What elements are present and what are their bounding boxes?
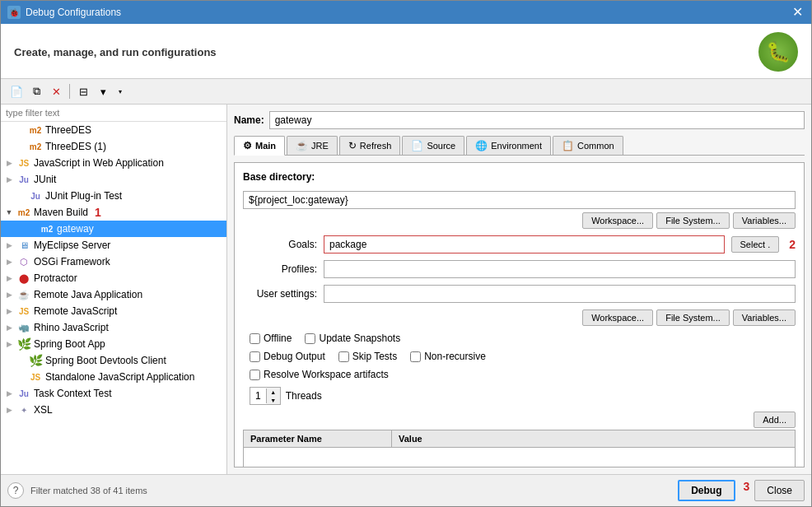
help-button[interactable]: ? [7, 482, 24, 499]
base-dir-row: Workspace... File System... Variables... [243, 191, 796, 229]
annotation-3: 3 [744, 480, 750, 501]
file-system-button-2[interactable]: File System... [656, 309, 730, 326]
main-tab-icon: ⚙ [243, 140, 252, 151]
debug-output-checkbox-input[interactable] [250, 351, 260, 362]
tabs-row: ⚙ Main ☕ JRE ↻ Refresh 📄 Source 🌐 En [234, 136, 805, 156]
tree-item-spring-boot[interactable]: ▶ 🌿 Spring Boot App [1, 336, 226, 352]
file-system-button-1[interactable]: File System... [656, 212, 730, 229]
tab-environment[interactable]: 🌐 Environment [466, 136, 551, 155]
dialog-title: Debug Configurations [26, 7, 121, 18]
tree-item-standalone-js[interactable]: JS Standalone JavaScript Application [1, 369, 226, 385]
expand-icon: ▶ [4, 240, 14, 250]
threads-down-button[interactable]: ▼ [267, 396, 280, 404]
tree-item-rhino-js[interactable]: ▶ 🦏 Rhino JavaScript [1, 319, 226, 336]
tree-item-three-des-1[interactable]: m2 ThreeDES (1) [1, 138, 226, 155]
user-settings-label: User settings: [243, 288, 317, 300]
expand-icon [16, 125, 26, 135]
threads-spinner[interactable]: 1 ▲ ▼ [250, 387, 281, 405]
non-recursive-checkbox-input[interactable] [410, 351, 421, 362]
expand-icon: ▶ [4, 405, 14, 415]
add-parameter-button[interactable]: Add... [754, 412, 796, 428]
new-config-button[interactable]: 📄 [7, 82, 26, 100]
non-recursive-checkbox[interactable]: Non-recursive [410, 351, 486, 362]
duplicate-config-button[interactable]: ⧉ [27, 82, 45, 100]
tab-common[interactable]: 📋 Common [553, 136, 623, 155]
skip-tests-checkbox-input[interactable] [338, 351, 349, 362]
debug-output-checkbox[interactable]: Debug Output [250, 351, 325, 362]
name-input[interactable] [269, 111, 805, 129]
tree-item-js-web[interactable]: ▶ JS JavaScript in Web Application [1, 155, 226, 171]
close-window-button[interactable]: ✕ [791, 6, 805, 19]
workspace-button-1[interactable]: Workspace... [582, 212, 653, 229]
item-icon-sjs: JS [29, 370, 42, 384]
select-button[interactable]: Select . [731, 236, 780, 253]
param-name-col-header: Parameter Name [244, 430, 392, 447]
tree-item-protractor[interactable]: ▶ ⬤ Protractor [1, 270, 226, 286]
variables-button-2[interactable]: Variables... [733, 309, 796, 326]
item-icon-rjs: JS [17, 305, 30, 318]
tab-source[interactable]: 📄 Source [402, 136, 464, 155]
tree-item-junit[interactable]: ▶ Ju JUnit [1, 171, 226, 188]
item-icon-rja: ☕ [17, 288, 30, 301]
tree-item-three-des[interactable]: m2 ThreeDES [1, 122, 226, 138]
item-icon-rhino: 🦏 [17, 321, 30, 334]
debug-button[interactable]: Debug [678, 480, 735, 501]
tree-item-myeclipse[interactable]: ▶ 🖥 MyEclipse Server [1, 237, 226, 254]
left-panel: m2 ThreeDES m2 ThreeDES (1) ▶ JS JavaScr… [1, 105, 227, 474]
resolve-workspace-checkbox[interactable]: Resolve Workspace artifacts [250, 369, 389, 380]
jre-tab-icon: ☕ [296, 140, 308, 151]
expand-icon [16, 191, 26, 201]
tab-jre[interactable]: ☕ JRE [287, 136, 338, 155]
checkboxes-row-3: Resolve Workspace artifacts [250, 369, 796, 380]
tree-item-xsl[interactable]: ▶ ✦ XSL [1, 402, 226, 418]
goals-input[interactable] [324, 235, 725, 254]
delete-config-button[interactable]: ✕ [47, 82, 65, 100]
item-icon-spring-dev: 🌿 [29, 354, 42, 367]
checkboxes-row-2: Debug Output Skip Tests Non-recursive [250, 351, 796, 362]
parameter-table-section: Add... Parameter Name Value [243, 412, 796, 467]
offline-checkbox-input[interactable] [250, 333, 260, 344]
tree-item-spring-devtools[interactable]: 🌿 Spring Boot Devtools Client [1, 352, 226, 369]
tree-item-remote-java[interactable]: ▶ ☕ Remote Java Application [1, 286, 226, 303]
tree-item-maven-build[interactable]: ▼ m2 Maven Build 1 [1, 204, 226, 221]
user-settings-input[interactable] [324, 285, 796, 303]
tab-main[interactable]: ⚙ Main [234, 136, 285, 156]
update-snapshots-checkbox-input[interactable] [305, 333, 315, 344]
item-icon-spring: 🌿 [17, 337, 30, 351]
tree-item-remote-js[interactable]: ▶ JS Remote JavaScript [1, 303, 226, 319]
filter-input[interactable] [1, 105, 226, 122]
tree-area: m2 ThreeDES m2 ThreeDES (1) ▶ JS JavaScr… [1, 122, 226, 474]
annotation-2: 2 [789, 238, 796, 251]
item-icon-ju-plugin: Ju [29, 189, 42, 202]
workspace-button-2[interactable]: Workspace... [582, 309, 653, 326]
main-content: m2 ThreeDES m2 ThreeDES (1) ▶ JS JavaScr… [1, 105, 811, 474]
user-settings-row: User settings: [243, 285, 796, 303]
base-dir-input[interactable] [243, 191, 796, 209]
filter-dropdown-button[interactable]: ▾ [114, 82, 127, 100]
expand-icon [16, 356, 26, 365]
right-panel: Name: ⚙ Main ☕ JRE ↻ Refresh 📄 [227, 105, 811, 474]
variables-button-1[interactable]: Variables... [733, 212, 796, 229]
resolve-workspace-checkbox-input[interactable] [250, 370, 260, 380]
tree-item-osgi[interactable]: ▶ ⬡ OSGi Framework [1, 254, 226, 270]
item-icon-m2-1: m2 [29, 140, 42, 153]
tree-item-task-context[interactable]: ▶ Ju Task Context Test [1, 385, 226, 402]
environment-tab-icon: 🌐 [475, 140, 488, 151]
close-dialog-button[interactable]: Close [754, 480, 805, 501]
profiles-input[interactable] [324, 260, 796, 278]
expand-icon [16, 372, 26, 382]
dir-button-row: Workspace... File System... Variables... [243, 212, 796, 229]
common-tab-icon: 📋 [562, 140, 574, 151]
source-tab-icon: 📄 [411, 140, 423, 151]
offline-checkbox[interactable]: Offline [250, 333, 292, 344]
tree-item-gateway[interactable]: m2 gateway [1, 221, 226, 237]
threads-up-button[interactable]: ▲ [267, 388, 280, 396]
update-snapshots-checkbox[interactable]: Update Snapshots [305, 333, 400, 344]
collapse-all-button[interactable]: ⊟ [74, 82, 92, 100]
skip-tests-checkbox[interactable]: Skip Tests [338, 351, 397, 362]
tab-refresh[interactable]: ↻ Refresh [339, 136, 401, 155]
expand-icon: ▼ [4, 207, 14, 217]
goals-row: Goals: Select . 2 [243, 235, 796, 254]
filter-button[interactable]: ▾ [94, 82, 112, 100]
tree-item-junit-plugin[interactable]: Ju JUnit Plug-in Test [1, 188, 226, 204]
